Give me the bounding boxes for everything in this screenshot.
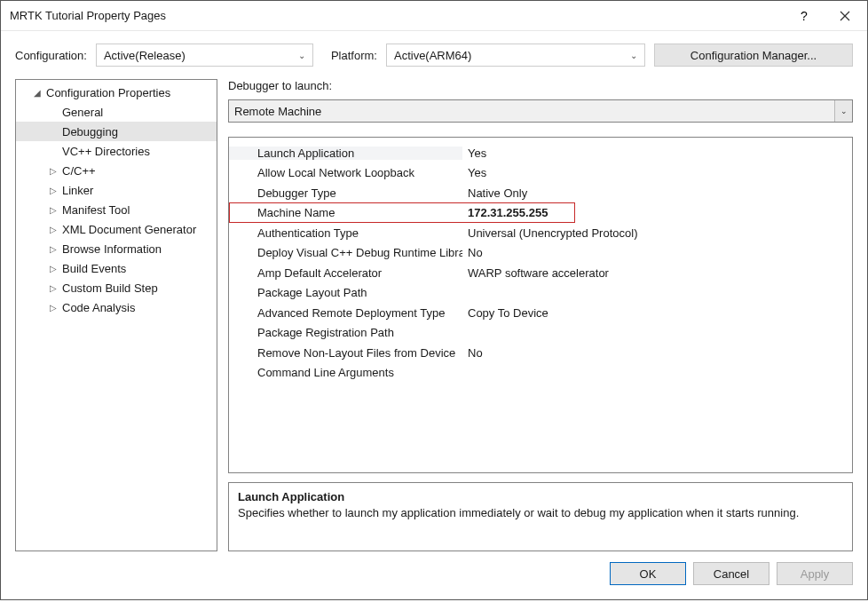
property-value[interactable]: No xyxy=(462,246,852,259)
tree-root-label: Configuration Properties xyxy=(46,86,170,99)
tree-panel[interactable]: ◢ Configuration Properties GeneralDebugg… xyxy=(15,79,217,551)
help-icon: ? xyxy=(800,10,809,22)
collapse-icon: ◢ xyxy=(28,88,46,98)
tree-item-label: Linker xyxy=(62,184,93,197)
tree-item-label: XML Document Generator xyxy=(62,223,196,236)
property-row[interactable]: Deploy Visual C++ Debug Runtime Librarie… xyxy=(229,243,852,264)
property-value[interactable]: Universal (Unencrypted Protocol) xyxy=(462,226,852,240)
help-button[interactable]: ? xyxy=(784,3,825,29)
tree-item-xml-document-generator[interactable]: ▷XML Document Generator xyxy=(16,219,217,239)
property-row[interactable]: Machine Name172.31.255.255 xyxy=(229,203,852,224)
expand-icon: ▷ xyxy=(44,186,62,195)
property-label: Deploy Visual C++ Debug Runtime Librarie… xyxy=(229,246,462,259)
chevron-down-icon: ⌄ xyxy=(298,51,305,60)
property-value[interactable]: No xyxy=(462,346,852,360)
property-label: Amp Default Accelerator xyxy=(229,266,462,280)
close-button[interactable] xyxy=(825,3,865,29)
property-row[interactable]: Debugger TypeNative Only xyxy=(229,183,852,203)
tree-item-c-c-[interactable]: ▷C/C++ xyxy=(16,161,217,180)
property-row[interactable]: Remove Non-Layout Files from DeviceNo xyxy=(229,343,852,363)
configuration-value: Active(Release) xyxy=(104,49,293,62)
right-panel: Debugger to launch: Remote Machine ⌄ Lau… xyxy=(228,79,853,551)
property-label: Authentication Type xyxy=(229,226,462,240)
property-row[interactable]: Advanced Remote Deployment TypeCopy To D… xyxy=(229,303,852,323)
expand-icon: ▷ xyxy=(44,225,62,234)
property-row[interactable]: Amp Default AcceleratorWARP software acc… xyxy=(229,263,852,283)
body: ◢ Configuration Properties GeneralDebugg… xyxy=(15,79,853,551)
tree-item-label: Custom Build Step xyxy=(62,281,158,295)
tree-item-label: Build Events xyxy=(62,262,126,275)
expand-icon: ▷ xyxy=(44,244,62,254)
property-label: Launch Application xyxy=(229,147,462,160)
dialog-window: MRTK Tutorial Property Pages ? Configura… xyxy=(0,0,868,600)
dialog-content: Configuration: Active(Release) ⌄ Platfor… xyxy=(1,31,867,599)
tree-item-label: General xyxy=(62,106,103,119)
tree-item-label: VC++ Directories xyxy=(62,145,150,158)
debugger-launch-label: Debugger to launch: xyxy=(228,79,853,92)
property-label: Debugger Type xyxy=(229,186,462,200)
property-label: Machine Name xyxy=(229,206,462,219)
tree-item-vc-directories[interactable]: VC++ Directories xyxy=(16,141,217,161)
configuration-manager-label: Configuration Manager... xyxy=(690,49,817,62)
tree-item-build-events[interactable]: ▷Build Events xyxy=(16,258,217,278)
configuration-label: Configuration: xyxy=(15,49,87,62)
property-row[interactable]: Allow Local Network LoopbackYes xyxy=(229,163,852,184)
property-value[interactable]: Yes xyxy=(462,166,852,179)
expand-icon: ▷ xyxy=(44,166,62,176)
close-icon xyxy=(840,11,850,21)
svg-text:?: ? xyxy=(801,10,808,22)
property-value[interactable]: Copy To Device xyxy=(462,306,852,320)
platform-value: Active(ARM64) xyxy=(394,49,625,62)
ok-button[interactable]: OK xyxy=(610,562,686,585)
tree-item-linker[interactable]: ▷Linker xyxy=(16,180,217,200)
property-label: Command Line Arguments xyxy=(229,366,462,379)
platform-label: Platform: xyxy=(331,49,377,62)
property-row[interactable]: Package Registration Path xyxy=(229,323,852,344)
property-label: Remove Non-Layout Files from Device xyxy=(229,346,462,360)
footer: OK Cancel Apply xyxy=(15,562,853,585)
property-value[interactable]: WARP software accelerator xyxy=(462,266,852,280)
property-value[interactable]: 172.31.255.255 xyxy=(462,206,852,219)
tree-item-custom-build-step[interactable]: ▷Custom Build Step xyxy=(16,278,217,297)
tree-item-label: Browse Information xyxy=(62,242,162,256)
debugger-combo-value: Remote Machine xyxy=(229,105,327,118)
configuration-combo[interactable]: Active(Release) ⌄ xyxy=(96,44,313,67)
description-title: Launch Application xyxy=(238,490,843,503)
debugger-combo[interactable]: Remote Machine ⌄ xyxy=(228,99,853,123)
expand-icon: ▷ xyxy=(44,264,62,273)
titlebar: MRTK Tutorial Property Pages ? xyxy=(1,1,867,31)
tree-item-code-analysis[interactable]: ▷Code Analysis xyxy=(16,297,217,317)
property-label: Package Layout Path xyxy=(229,286,462,299)
expand-icon: ▷ xyxy=(44,283,62,293)
top-row: Configuration: Active(Release) ⌄ Platfor… xyxy=(15,44,853,67)
tree-item-label: Code Analysis xyxy=(62,301,135,314)
property-label: Advanced Remote Deployment Type xyxy=(229,306,462,320)
property-row[interactable]: Command Line Arguments xyxy=(229,363,852,384)
expand-icon: ▷ xyxy=(44,205,62,215)
tree-item-manifest-tool[interactable]: ▷Manifest Tool xyxy=(16,200,217,219)
tree-item-label: Manifest Tool xyxy=(62,203,130,217)
tree-root[interactable]: ◢ Configuration Properties xyxy=(16,83,217,102)
tree-item-label: C/C++ xyxy=(62,164,96,178)
property-row[interactable]: Launch ApplicationYes xyxy=(229,143,852,163)
property-grid[interactable]: Launch ApplicationYesAllow Local Network… xyxy=(228,137,853,473)
property-label: Package Registration Path xyxy=(229,326,462,339)
description-panel: Launch Application Specifies whether to … xyxy=(228,482,853,551)
tree-item-general[interactable]: General xyxy=(16,102,217,122)
property-row[interactable]: Package Layout Path xyxy=(229,283,852,304)
tree-item-browse-information[interactable]: ▷Browse Information xyxy=(16,239,217,258)
tree-item-debugging[interactable]: Debugging xyxy=(16,122,217,141)
property-label: Allow Local Network Loopback xyxy=(229,166,462,179)
description-body: Specifies whether to launch my applicati… xyxy=(238,505,843,521)
property-value[interactable]: Yes xyxy=(462,147,852,160)
property-value[interactable]: Native Only xyxy=(462,186,852,200)
platform-combo[interactable]: Active(ARM64) ⌄ xyxy=(386,44,645,67)
chevron-down-icon: ⌄ xyxy=(630,51,637,60)
property-row[interactable]: Authentication TypeUniversal (Unencrypte… xyxy=(229,223,852,243)
cancel-button[interactable]: Cancel xyxy=(693,562,769,585)
apply-button[interactable]: Apply xyxy=(777,562,853,585)
window-title: MRTK Tutorial Property Pages xyxy=(10,9,784,22)
chevron-down-icon: ⌄ xyxy=(834,100,852,122)
tree-item-label: Debugging xyxy=(62,125,118,139)
configuration-manager-button[interactable]: Configuration Manager... xyxy=(654,44,853,67)
